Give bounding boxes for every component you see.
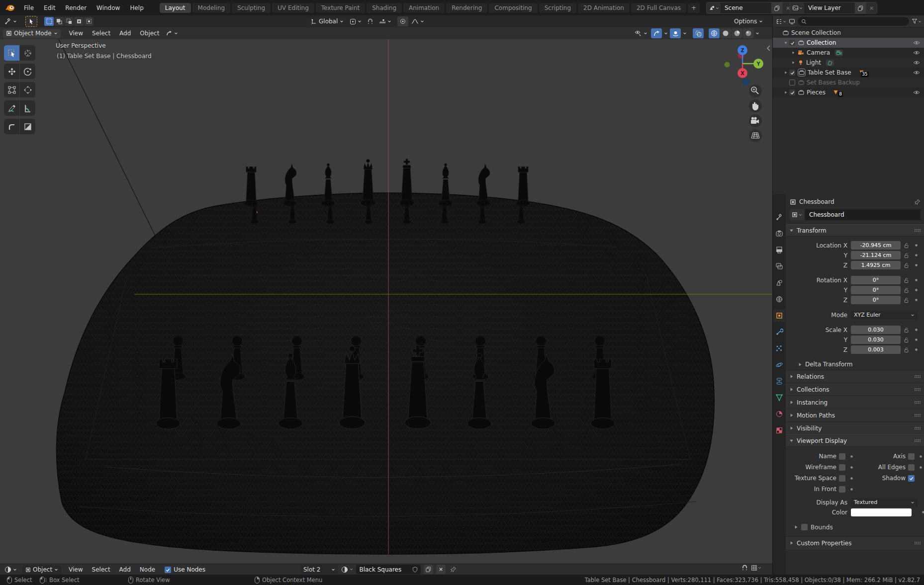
animate-dot-icon[interactable] [912,278,921,282]
number-field[interactable]: 0° [851,296,901,304]
properties-tab-scene[interactable] [773,277,785,289]
pin-material-icon[interactable] [448,565,459,574]
panel-grip-icon[interactable] [914,375,921,378]
animate-dot-icon[interactable] [848,477,855,480]
outliner-row-light[interactable]: Light [773,58,924,68]
show-overlays-toggle[interactable] [670,28,681,38]
topbar-menu-help[interactable]: Help [125,0,148,15]
blender-logo-icon[interactable] [5,4,15,11]
navigation-gizmo[interactable]: Z Y X [725,45,764,85]
workspace-tab-modeling[interactable]: Modeling [192,3,231,13]
animate-dot-icon[interactable] [912,298,921,302]
workspace-tab-shading[interactable]: Shading [367,3,402,13]
properties-tab-render[interactable] [773,228,785,240]
shading-dropdown[interactable] [754,29,760,38]
properties-tab-world[interactable] [773,293,785,305]
shading-wireframe-button[interactable] [709,28,720,38]
number-field[interactable]: 1.4925 cm [851,261,901,269]
panel-grip-icon[interactable] [914,401,921,404]
tool-annotate[interactable] [4,100,19,116]
lock-icon[interactable] [901,277,912,283]
select-mode-set[interactable] [44,17,54,26]
display-as-dropdown[interactable]: Textured [851,498,918,507]
browse-material-icon[interactable] [340,565,354,574]
editor-type-shader-icon[interactable] [2,565,19,575]
visibility-eye-icon[interactable] [913,60,920,65]
shader-type-dropdown[interactable]: Object [22,565,61,575]
name-checkbox[interactable] [839,453,845,460]
number-field[interactable]: 0.003 [851,345,901,354]
animate-dot-icon[interactable] [917,455,924,458]
workspace-tab-2d-full-canvas[interactable]: 2D Full Canvas [631,3,686,13]
expand-right-icon[interactable] [790,61,797,65]
axis-neg-z-ball[interactable] [742,79,749,85]
active-tool-select-box[interactable] [25,16,37,27]
shading-solid-button[interactable] [720,28,731,38]
animate-dot-icon[interactable] [917,466,924,469]
outliner-search-input[interactable] [798,17,909,26]
properties-tab-output[interactable] [773,244,785,256]
properties-tab-physics[interactable] [773,359,785,371]
tool-add-corner[interactable] [4,119,19,134]
xray-toggle[interactable] [693,28,704,38]
lock-icon[interactable] [901,243,912,249]
object-visibility-dropdown[interactable] [632,29,650,38]
select-mode-invert[interactable] [74,17,84,26]
view-layer-icon[interactable] [790,2,804,13]
properties-tab-modifiers[interactable] [773,326,785,338]
object-id-icon[interactable] [790,209,804,220]
outliner-display-mode-icon[interactable] [789,18,795,25]
panel-grip-icon[interactable] [914,388,921,391]
lock-icon[interactable] [901,347,912,353]
animate-dot-icon[interactable] [912,288,921,292]
expand-right-icon[interactable] [790,51,797,55]
collection-checkbox-checked[interactable] [789,40,795,46]
copy-material-icon[interactable] [424,565,433,574]
pan-button[interactable] [749,99,762,112]
workspace-tab-2d-animation[interactable]: 2D Animation [578,3,630,13]
material-name-input[interactable]: Black Squares [356,565,421,574]
outliner-row-set-bases-backup[interactable]: Set Bases Backup [773,78,924,87]
number-field[interactable]: 0.030 [851,335,901,344]
rotation-mode-dropdown[interactable]: XYZ Euler [851,311,918,320]
wireframe-checkbox[interactable] [839,464,845,471]
animate-dot-icon[interactable] [912,253,921,257]
workspace-tab-texture-paint[interactable]: Texture Paint [316,3,365,13]
animate-dot-icon[interactable] [912,328,921,332]
collapse-gizmo-icon[interactable] [767,46,770,51]
view-layer-selector[interactable]: View Layer [790,2,877,14]
axis-checkbox[interactable] [908,453,915,460]
workspace-tab-uv-editing[interactable]: UV Editing [272,3,314,13]
gizmo-dropdown[interactable] [663,29,669,38]
visibility-eye-icon[interactable] [913,70,920,75]
panel-grip-icon[interactable] [914,426,921,430]
axis-neg-y-ball[interactable] [725,62,730,68]
select-mode-extend[interactable] [54,17,64,26]
workspace-tab-animation[interactable]: Animation [403,3,445,13]
topbar-menu-file[interactable]: File [19,0,39,15]
object-name-input[interactable]: Chessboard [805,209,921,220]
panel-header-motion-paths[interactable]: Motion Paths [786,409,924,421]
collection-checkbox-checked[interactable] [789,89,795,95]
snap-toggle-icon[interactable] [365,17,376,26]
workspace-tab-rendering[interactable]: Rendering [446,3,487,13]
select-mode-subtract[interactable] [64,17,74,26]
animate-dot-icon[interactable] [848,466,855,469]
properties-tab-particles[interactable] [773,342,785,354]
proportional-falloff-dropdown[interactable] [409,17,427,26]
viewport-menu-select[interactable]: Select [88,26,115,41]
outliner-row-scene-collection[interactable]: Scene Collection [773,28,924,38]
material-slot-dropdown[interactable]: Slot 2 [300,565,338,574]
viewport-menu-view[interactable]: View [65,26,88,41]
remove-view-layer-icon[interactable] [866,2,877,13]
delta-transform-subpanel[interactable]: Delta Transform [786,359,924,370]
add-workspace-button[interactable]: + [688,3,700,13]
number-field[interactable]: 0° [851,276,901,284]
tool-measure[interactable] [20,100,35,116]
proportional-editing-icon[interactable] [397,16,408,26]
lock-icon[interactable] [901,262,912,268]
tool-select-box[interactable] [4,45,19,61]
ortho-toggle-button[interactable] [749,129,762,142]
expand-right-icon[interactable] [782,71,789,75]
properties-tab-tool[interactable] [773,211,785,223]
